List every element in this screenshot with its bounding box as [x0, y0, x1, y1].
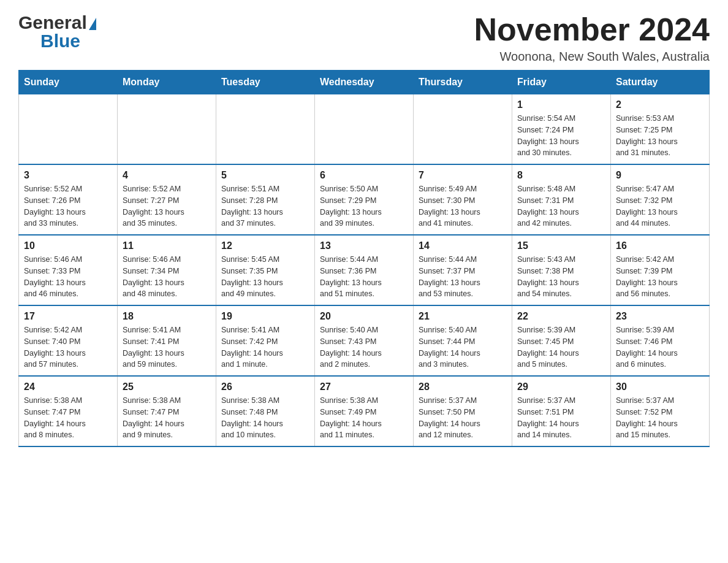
calendar-cell: 18Sunrise: 5:41 AMSunset: 7:41 PMDayligh…	[118, 305, 216, 376]
calendar-body: 1Sunrise: 5:54 AMSunset: 7:24 PMDaylight…	[19, 94, 710, 447]
main-title: November 2024	[474, 12, 710, 47]
day-header-tuesday: Tuesday	[216, 71, 315, 94]
day-number: 22	[517, 311, 605, 322]
title-area: November 2024 Woonona, New South Wales, …	[474, 12, 710, 64]
day-number: 21	[419, 311, 507, 322]
calendar-cell: 27Sunrise: 5:38 AMSunset: 7:49 PMDayligh…	[315, 376, 414, 446]
calendar-cell: 17Sunrise: 5:42 AMSunset: 7:40 PMDayligh…	[19, 305, 118, 376]
calendar-cell: 6Sunrise: 5:50 AMSunset: 7:29 PMDaylight…	[315, 164, 414, 235]
day-info: Sunrise: 5:39 AMSunset: 7:45 PMDaylight:…	[517, 324, 605, 370]
day-number: 30	[616, 381, 704, 393]
day-info: Sunrise: 5:46 AMSunset: 7:33 PMDaylight:…	[24, 254, 112, 300]
calendar-cell: 13Sunrise: 5:44 AMSunset: 7:36 PMDayligh…	[315, 235, 414, 305]
day-number: 15	[517, 240, 605, 251]
day-number: 12	[221, 240, 309, 251]
calendar-cell: 5Sunrise: 5:51 AMSunset: 7:28 PMDaylight…	[216, 164, 315, 235]
day-number: 1	[517, 99, 605, 110]
day-number: 19	[221, 311, 309, 322]
calendar-cell: 16Sunrise: 5:42 AMSunset: 7:39 PMDayligh…	[611, 235, 710, 305]
calendar-cell: 21Sunrise: 5:40 AMSunset: 7:44 PMDayligh…	[414, 305, 512, 376]
calendar-cell	[414, 94, 512, 165]
calendar-week-5: 24Sunrise: 5:38 AMSunset: 7:47 PMDayligh…	[19, 376, 710, 446]
day-info: Sunrise: 5:46 AMSunset: 7:34 PMDaylight:…	[123, 254, 211, 300]
day-number: 16	[616, 240, 704, 251]
day-info: Sunrise: 5:52 AMSunset: 7:26 PMDaylight:…	[24, 183, 112, 229]
calendar-cell: 19Sunrise: 5:41 AMSunset: 7:42 PMDayligh…	[216, 305, 315, 376]
day-number: 2	[616, 99, 704, 110]
calendar-cell: 24Sunrise: 5:38 AMSunset: 7:47 PMDayligh…	[19, 376, 118, 446]
calendar-cell	[216, 94, 315, 165]
day-info: Sunrise: 5:49 AMSunset: 7:30 PMDaylight:…	[419, 183, 507, 229]
day-number: 10	[24, 240, 112, 251]
day-info: Sunrise: 5:44 AMSunset: 7:37 PMDaylight:…	[419, 254, 507, 300]
day-number: 5	[221, 170, 309, 181]
day-info: Sunrise: 5:38 AMSunset: 7:47 PMDaylight:…	[24, 395, 112, 441]
calendar-cell: 23Sunrise: 5:39 AMSunset: 7:46 PMDayligh…	[611, 305, 710, 376]
logo-arrow-icon	[89, 18, 96, 30]
day-info: Sunrise: 5:38 AMSunset: 7:48 PMDaylight:…	[221, 395, 309, 441]
calendar-cell: 30Sunrise: 5:37 AMSunset: 7:52 PMDayligh…	[611, 376, 710, 446]
calendar-cell: 7Sunrise: 5:49 AMSunset: 7:30 PMDaylight…	[414, 164, 512, 235]
day-number: 17	[24, 311, 112, 322]
day-info: Sunrise: 5:40 AMSunset: 7:43 PMDaylight:…	[320, 324, 408, 370]
day-info: Sunrise: 5:42 AMSunset: 7:39 PMDaylight:…	[616, 254, 704, 300]
day-info: Sunrise: 5:38 AMSunset: 7:49 PMDaylight:…	[320, 395, 408, 441]
calendar-cell: 29Sunrise: 5:37 AMSunset: 7:51 PMDayligh…	[512, 376, 611, 446]
calendar-cell: 9Sunrise: 5:47 AMSunset: 7:32 PMDaylight…	[611, 164, 710, 235]
calendar-cell: 20Sunrise: 5:40 AMSunset: 7:43 PMDayligh…	[315, 305, 414, 376]
day-number: 24	[24, 381, 112, 393]
subtitle: Woonona, New South Wales, Australia	[474, 50, 710, 64]
day-info: Sunrise: 5:45 AMSunset: 7:35 PMDaylight:…	[221, 254, 309, 300]
day-info: Sunrise: 5:37 AMSunset: 7:50 PMDaylight:…	[419, 395, 507, 441]
day-number: 25	[123, 381, 211, 393]
calendar-cell: 14Sunrise: 5:44 AMSunset: 7:37 PMDayligh…	[414, 235, 512, 305]
calendar-cell: 4Sunrise: 5:52 AMSunset: 7:27 PMDaylight…	[118, 164, 216, 235]
day-info: Sunrise: 5:52 AMSunset: 7:27 PMDaylight:…	[123, 183, 211, 229]
day-info: Sunrise: 5:54 AMSunset: 7:24 PMDaylight:…	[517, 113, 605, 159]
day-header-thursday: Thursday	[414, 71, 512, 94]
header: General Blue November 2024 Woonona, New …	[18, 12, 710, 64]
day-header-monday: Monday	[118, 71, 216, 94]
day-info: Sunrise: 5:40 AMSunset: 7:44 PMDaylight:…	[419, 324, 507, 370]
day-info: Sunrise: 5:39 AMSunset: 7:46 PMDaylight:…	[616, 324, 704, 370]
logo-general-text: General	[18, 12, 87, 33]
calendar-cell: 2Sunrise: 5:53 AMSunset: 7:25 PMDaylight…	[611, 94, 710, 165]
day-header-saturday: Saturday	[611, 71, 710, 94]
calendar-week-1: 1Sunrise: 5:54 AMSunset: 7:24 PMDaylight…	[19, 94, 710, 165]
day-info: Sunrise: 5:43 AMSunset: 7:38 PMDaylight:…	[517, 254, 605, 300]
calendar-header: SundayMondayTuesdayWednesdayThursdayFrid…	[19, 71, 710, 94]
day-info: Sunrise: 5:51 AMSunset: 7:28 PMDaylight:…	[221, 183, 309, 229]
day-number: 27	[320, 381, 408, 393]
day-info: Sunrise: 5:41 AMSunset: 7:42 PMDaylight:…	[221, 324, 309, 370]
day-number: 11	[123, 240, 211, 251]
day-number: 13	[320, 240, 408, 251]
calendar-week-2: 3Sunrise: 5:52 AMSunset: 7:26 PMDaylight…	[19, 164, 710, 235]
calendar-cell	[118, 94, 216, 165]
day-number: 20	[320, 311, 408, 322]
calendar-cell	[19, 94, 118, 165]
calendar-week-3: 10Sunrise: 5:46 AMSunset: 7:33 PMDayligh…	[19, 235, 710, 305]
day-number: 28	[419, 381, 507, 393]
day-number: 6	[320, 170, 408, 181]
day-number: 29	[517, 381, 605, 393]
day-info: Sunrise: 5:44 AMSunset: 7:36 PMDaylight:…	[320, 254, 408, 300]
calendar-cell	[315, 94, 414, 165]
logo: General Blue	[18, 12, 96, 52]
calendar-cell: 11Sunrise: 5:46 AMSunset: 7:34 PMDayligh…	[118, 235, 216, 305]
day-info: Sunrise: 5:53 AMSunset: 7:25 PMDaylight:…	[616, 113, 704, 159]
calendar-cell: 3Sunrise: 5:52 AMSunset: 7:26 PMDaylight…	[19, 164, 118, 235]
calendar-cell: 12Sunrise: 5:45 AMSunset: 7:35 PMDayligh…	[216, 235, 315, 305]
day-info: Sunrise: 5:50 AMSunset: 7:29 PMDaylight:…	[320, 183, 408, 229]
day-info: Sunrise: 5:42 AMSunset: 7:40 PMDaylight:…	[24, 324, 112, 370]
day-number: 4	[123, 170, 211, 181]
calendar-cell: 10Sunrise: 5:46 AMSunset: 7:33 PMDayligh…	[19, 235, 118, 305]
day-number: 7	[419, 170, 507, 181]
day-header-sunday: Sunday	[19, 71, 118, 94]
day-number: 3	[24, 170, 112, 181]
calendar-cell: 25Sunrise: 5:38 AMSunset: 7:47 PMDayligh…	[118, 376, 216, 446]
day-info: Sunrise: 5:38 AMSunset: 7:47 PMDaylight:…	[123, 395, 211, 441]
day-number: 18	[123, 311, 211, 322]
calendar-cell: 1Sunrise: 5:54 AMSunset: 7:24 PMDaylight…	[512, 94, 611, 165]
logo-blue-text: Blue	[40, 31, 80, 52]
day-number: 8	[517, 170, 605, 181]
